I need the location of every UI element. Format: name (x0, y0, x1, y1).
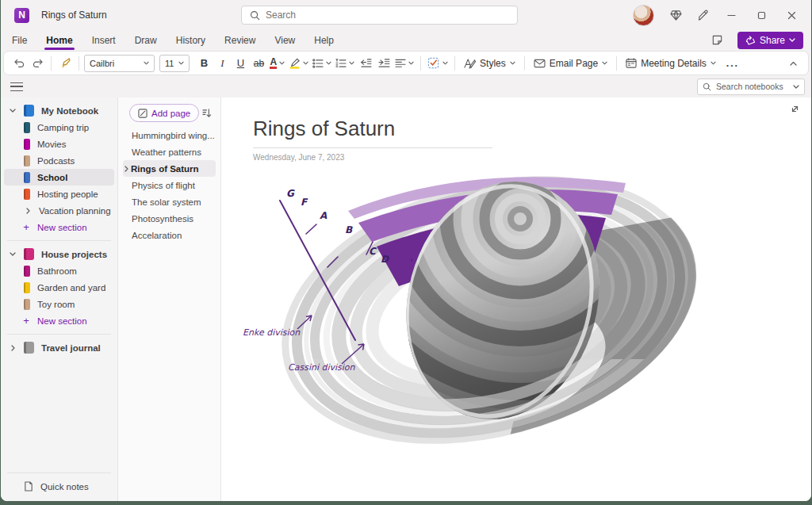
page-item-weather-patterns[interactable]: Weather patterns (123, 143, 216, 160)
tab-help[interactable]: Help (311, 33, 337, 48)
page-item-rings-of-saturn[interactable]: Rings of Saturn (123, 160, 216, 177)
page-item-hummingbird[interactable]: Hummingbird wing... (123, 127, 216, 143)
section-hosting-people[interactable]: Hosting people (4, 186, 114, 202)
search-icon (703, 82, 711, 91)
increase-indent-icon (378, 59, 390, 68)
copy-page-button[interactable] (706, 29, 730, 52)
chevron-down-icon (10, 109, 16, 113)
bold-button[interactable]: B (195, 54, 213, 73)
section-bathroom[interactable]: Bathroom (4, 262, 114, 279)
italic-button[interactable]: I (213, 54, 231, 73)
page-item-physics-of-flight[interactable]: Physics of flight (123, 177, 216, 193)
maximize-icon (757, 11, 766, 20)
page-canvas[interactable]: Rings of Saturn Wednesday, June 7, 2023 (221, 98, 811, 501)
font-size-select[interactable]: 11 (159, 55, 190, 72)
font-name-select[interactable]: Cailbri (84, 55, 155, 72)
global-search-box[interactable]: Search (241, 6, 518, 25)
share-button[interactable]: Share (737, 32, 803, 49)
expand-page-button[interactable] (790, 104, 800, 114)
maximize-button[interactable] (748, 3, 775, 27)
tab-file[interactable]: File (9, 33, 30, 48)
tab-insert[interactable]: Insert (89, 33, 119, 48)
add-page-button[interactable]: Add page (129, 104, 199, 122)
section-toy-room[interactable]: Toy room (4, 296, 114, 312)
todo-checkbox-icon (427, 57, 440, 69)
chevron-down-icon (789, 38, 795, 42)
section-label: Camping trip (37, 123, 89, 132)
page-title[interactable]: Rings of Saturn (253, 117, 395, 141)
chevron-down-icon (178, 61, 184, 65)
section-movies[interactable]: Movies (4, 136, 114, 152)
tab-draw[interactable]: Draw (132, 33, 160, 48)
highlighter-icon (289, 58, 301, 69)
styles-label: Styles (480, 58, 506, 69)
sort-pages-button[interactable] (202, 109, 213, 118)
minimize-button[interactable] (718, 3, 745, 27)
bullet-list-button[interactable] (311, 54, 333, 73)
increase-indent-button[interactable] (375, 54, 393, 73)
sidebar-divider (7, 334, 111, 335)
styles-button[interactable]: Styles (460, 58, 519, 69)
user-avatar[interactable] (633, 5, 654, 26)
page-item-photosynthesis[interactable]: Photosynthesis (123, 210, 216, 227)
section-label: Movies (37, 140, 66, 149)
underline-button[interactable]: U (232, 54, 249, 73)
email-page-button[interactable]: Email Page (530, 58, 611, 69)
nav-hamburger-button[interactable] (10, 82, 23, 91)
page-icon (24, 481, 33, 492)
format-painter-button[interactable] (56, 54, 74, 73)
notebook-icon (24, 342, 34, 354)
meeting-details-button[interactable]: Meeting Details (622, 58, 720, 69)
section-camping-trip[interactable]: Camping trip (4, 119, 114, 136)
page-item-accelaration[interactable]: Accelaration (123, 227, 216, 243)
todo-tag-button[interactable] (426, 54, 450, 73)
chevron-down-icon (510, 61, 515, 65)
section-tab-icon (24, 266, 30, 277)
styles-icon (464, 58, 476, 69)
notebook-travel-journal[interactable]: Travel journal (4, 339, 114, 356)
tab-history[interactable]: History (173, 33, 209, 48)
undo-button[interactable] (10, 54, 28, 73)
numbered-list-icon (335, 59, 347, 68)
new-section-label: New section (37, 223, 87, 232)
notebook-house-projects[interactable]: House projects (4, 246, 114, 262)
align-button[interactable] (393, 54, 416, 73)
section-label: School (37, 173, 67, 182)
page-date: Wednesday, June 7, 2023 (253, 153, 344, 162)
strikethrough-button[interactable]: ab (250, 54, 267, 73)
quick-notes-button[interactable]: Quick notes (4, 478, 114, 495)
close-button[interactable] (778, 3, 805, 27)
page-label: Hummingbird wing... (132, 131, 215, 140)
share-label: Share (760, 35, 785, 46)
tab-view[interactable]: View (271, 33, 298, 48)
notebook-search-box[interactable]: Search notebooks (697, 78, 805, 95)
section-group-vacation-planning[interactable]: Vacation planning (4, 202, 114, 219)
highlight-button[interactable] (287, 54, 310, 73)
ring-letter-g: G (286, 188, 295, 199)
tab-home[interactable]: Home (43, 33, 75, 48)
redo-icon (32, 58, 44, 68)
font-color-button[interactable]: A (268, 54, 286, 73)
section-podcasts[interactable]: Podcasts (4, 152, 114, 169)
feedback-pen-button[interactable] (691, 4, 714, 26)
chevron-down-icon (710, 61, 716, 65)
font-name-value: Cailbri (90, 59, 139, 68)
more-commands-button[interactable]: ... (724, 54, 741, 73)
tab-review[interactable]: Review (221, 33, 259, 48)
enke-division-label: Enke division (243, 327, 301, 338)
new-section-button[interactable]: + New section (4, 312, 114, 329)
redo-button[interactable] (29, 54, 46, 73)
chevron-down-icon (349, 61, 354, 65)
close-icon (787, 11, 796, 20)
numbered-list-button[interactable] (334, 54, 356, 73)
collapse-ribbon-button[interactable] (784, 54, 802, 73)
notebook-my-notebook[interactable]: My Notebook (4, 102, 114, 119)
plus-icon: + (22, 315, 30, 327)
premium-gem-button[interactable] (664, 4, 688, 26)
section-garden-and-yard[interactable]: Garden and yard (4, 279, 114, 296)
decrease-indent-button[interactable] (357, 54, 374, 73)
page-item-the-solar-system[interactable]: The solar system (123, 193, 216, 210)
pencil-icon (697, 10, 709, 21)
new-section-button[interactable]: + New section (4, 219, 114, 235)
section-school[interactable]: School (4, 169, 114, 186)
